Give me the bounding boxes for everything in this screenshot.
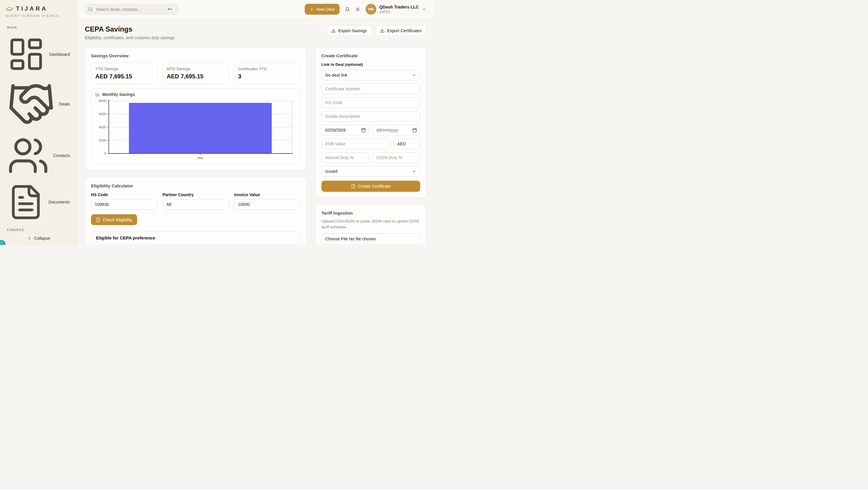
sidebar-item-contacts[interactable]: Contacts bbox=[3, 132, 73, 179]
field-hs-code: HS Code bbox=[91, 192, 157, 209]
user-menu[interactable]: HN QDash Traders LLC JAFZA bbox=[366, 4, 426, 14]
eligibility-result-title: Eligible for CEPA preference bbox=[96, 235, 296, 240]
user-org: JAFZA bbox=[379, 10, 419, 14]
check-eligibility-label: Check Eligibility bbox=[103, 218, 132, 222]
stat-card-mtd-savings: MTD SavingsAED 7,695.15 bbox=[162, 62, 229, 84]
currency-input[interactable] bbox=[393, 138, 420, 149]
new-deal-button[interactable]: New Deal bbox=[305, 4, 340, 14]
certificate-number-input[interactable] bbox=[321, 84, 420, 94]
stat-label: YTD Savings bbox=[95, 67, 153, 71]
avatar: HN bbox=[366, 4, 376, 14]
field-invoice-value: Invoice Value bbox=[234, 192, 300, 209]
eligibility-calculator-card: Eligibility Calculator HS CodePartner Co… bbox=[85, 177, 307, 245]
expiry-date-placeholder: dd/mm/yyyy bbox=[376, 128, 398, 132]
stat-value: 3 bbox=[238, 73, 296, 80]
tariff-description: Upload CSV/JSON or paste JSON rows to up… bbox=[321, 218, 420, 230]
chevron-down-icon bbox=[412, 169, 416, 174]
nav-section-label: MAIN bbox=[3, 21, 73, 31]
brand-logo: ت TIJARA EVERY DIRHAM VISIBLE bbox=[0, 0, 77, 21]
status-value: issued bbox=[325, 169, 338, 174]
notifications-button[interactable] bbox=[345, 7, 350, 12]
issue-date-input[interactable]: 02/03/2026 bbox=[321, 125, 369, 135]
calendar-icon bbox=[361, 128, 366, 132]
eligibility-title: Eligibility Calculator bbox=[91, 183, 300, 188]
invoice-value-input[interactable] bbox=[234, 199, 300, 209]
hs-code-input[interactable] bbox=[91, 199, 157, 209]
export-certificates-button[interactable]: Export Certificates bbox=[375, 25, 426, 36]
file-plus-icon bbox=[351, 184, 355, 189]
tariff-title: Tariff Ingestion bbox=[321, 210, 420, 216]
export-savings-label: Export Savings bbox=[338, 28, 367, 33]
sidebar-item-documents[interactable]: Documents bbox=[3, 181, 73, 224]
create-certificate-button[interactable]: Create Certificate bbox=[321, 181, 420, 192]
search-input[interactable] bbox=[95, 7, 163, 12]
sidebar-item-label: Dashboard bbox=[49, 52, 70, 57]
users-icon bbox=[7, 134, 50, 177]
plus-icon bbox=[309, 7, 314, 12]
dashboard-icon bbox=[7, 35, 45, 73]
issue-date-value: 02/03/2026 bbox=[325, 128, 346, 132]
export-savings-button[interactable]: Export Savings bbox=[327, 25, 372, 36]
check-eligibility-button[interactable]: Check Eligibility bbox=[91, 214, 137, 225]
create-certificate-title: Create Certificate bbox=[321, 53, 420, 58]
app-root: ت TIJARA EVERY DIRHAM VISIBLE MAINDashbo… bbox=[0, 0, 434, 245]
eligibility-fields: HS CodePartner CountryInvoice Value bbox=[91, 192, 300, 209]
page-subtitle: Eligibility, certificates, and customs d… bbox=[85, 35, 175, 40]
chevron-down-icon bbox=[422, 7, 426, 12]
field-label: Partner Country bbox=[163, 192, 229, 197]
svg-text:Mar: Mar bbox=[197, 156, 203, 160]
search-shortcut-badge: ⌘K bbox=[165, 6, 175, 12]
sidebar-item-deals[interactable]: Deals bbox=[3, 77, 73, 131]
deal-link-value: No deal link bbox=[325, 73, 347, 77]
bar-chart-icon bbox=[95, 92, 100, 97]
link-to-deal-label: Link to Deal (optional) bbox=[321, 62, 420, 67]
sidebar-item-label: Deals bbox=[59, 102, 70, 106]
sidebar: ت TIJARA EVERY DIRHAM VISIBLE MAINDashbo… bbox=[0, 0, 77, 245]
monthly-savings-chart: 02000400060008000Mar bbox=[95, 99, 296, 161]
monthly-savings-chart-card: Monthly Savings 02000400060008000Mar bbox=[91, 88, 300, 165]
user-name: QDash Traders LLC bbox=[379, 4, 419, 10]
svg-text:0: 0 bbox=[104, 152, 106, 155]
field-partner-country: Partner Country bbox=[163, 192, 229, 209]
new-deal-label: New Deal bbox=[316, 7, 335, 12]
sidebar-item-dashboard[interactable]: Dashboard bbox=[3, 32, 73, 76]
export-certificates-label: Export Certificates bbox=[387, 28, 422, 33]
topbar: ⌘K New Deal HN QDash Traders LLC JA bbox=[77, 0, 434, 19]
page-header: CEPA Savings Eligibility, certificates, … bbox=[85, 25, 426, 40]
status-select[interactable]: issued bbox=[321, 166, 420, 176]
calculator-icon bbox=[96, 218, 100, 222]
create-certificate-card: Create Certificate Link to Deal (optiona… bbox=[315, 47, 426, 198]
hs-code-input[interactable] bbox=[321, 97, 420, 108]
tariff-file-input[interactable]: Choose File No file chosen bbox=[321, 233, 420, 244]
main-area: ⌘K New Deal HN QDash Traders LLC JA bbox=[77, 0, 434, 245]
deal-link-select[interactable]: No deal link bbox=[321, 70, 420, 80]
collapse-button[interactable]: Collapse bbox=[0, 231, 77, 245]
svg-text:6000: 6000 bbox=[98, 112, 106, 116]
page-title: CEPA Savings bbox=[85, 25, 175, 33]
stat-label: Certificates YTD bbox=[238, 67, 296, 71]
sun-icon bbox=[355, 7, 360, 12]
chevron-left-icon bbox=[27, 236, 32, 240]
download-icon bbox=[331, 28, 336, 33]
normal-duty-input[interactable] bbox=[321, 152, 369, 163]
sidebar-item-label: Documents bbox=[49, 200, 70, 204]
fob-value-input[interactable] bbox=[321, 138, 390, 149]
stat-card-certificates-ytd: Certificates YTD3 bbox=[234, 62, 300, 84]
sidebar-nav: MAINDashboardDealsContactsDocumentsFINAN… bbox=[0, 21, 77, 231]
create-certificate-label: Create Certificate bbox=[358, 184, 391, 189]
calendar-icon bbox=[412, 128, 417, 132]
collapse-label: Collapse bbox=[34, 236, 50, 240]
expiry-date-input[interactable]: dd/mm/yyyy bbox=[373, 125, 420, 135]
brand-name: TIJARA bbox=[16, 5, 48, 12]
brand-tagline: EVERY DIRHAM VISIBLE bbox=[6, 14, 71, 18]
tariff-ingestion-card: Tariff Ingestion Upload CSV/JSON or past… bbox=[315, 204, 426, 245]
goods-description-input[interactable] bbox=[321, 111, 420, 122]
cepa-duty-input[interactable] bbox=[373, 152, 420, 163]
stat-value: AED 7,695.15 bbox=[95, 73, 153, 80]
theme-toggle-button[interactable] bbox=[355, 7, 360, 12]
svg-text:8000: 8000 bbox=[98, 99, 106, 103]
search-box[interactable]: ⌘K bbox=[85, 4, 178, 14]
partner-country-input[interactable] bbox=[163, 199, 229, 209]
stat-value: AED 7,695.15 bbox=[167, 73, 225, 80]
handshake-icon bbox=[7, 80, 55, 128]
